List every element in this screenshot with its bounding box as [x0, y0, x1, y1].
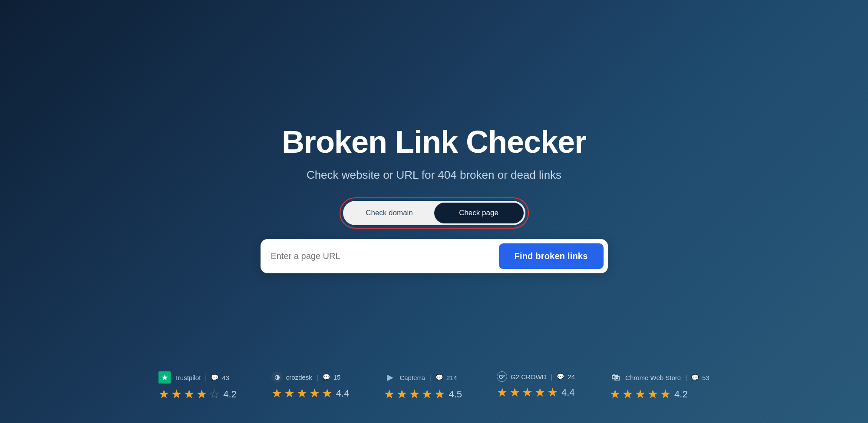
- check-page-button[interactable]: Check page: [434, 203, 524, 223]
- star-full: ★: [284, 386, 295, 400]
- rating-item-capterra: ▶ Capterra | 💬 214 ★★★★★ 4.5: [384, 371, 462, 401]
- toggle-wrapper: Check domain Check page: [340, 197, 529, 229]
- find-broken-links-button[interactable]: Find broken links: [499, 243, 604, 269]
- platform-name: G2 CROWD: [511, 373, 547, 380]
- page-title: Broken Link Checker: [282, 124, 586, 160]
- star-full: ★: [271, 386, 282, 400]
- star-full: ★: [622, 387, 633, 401]
- chrome-web-store-icon: 🛍: [610, 371, 622, 384]
- star-full: ★: [522, 385, 533, 400]
- review-count-icon: 💬: [323, 374, 330, 380]
- check-domain-button[interactable]: Check domain: [345, 203, 434, 223]
- url-input-row: Find broken links: [261, 239, 608, 273]
- star-full: ★: [409, 387, 420, 401]
- url-input[interactable]: [271, 251, 499, 261]
- star-full: ★: [309, 386, 320, 400]
- star-full: ★: [184, 387, 195, 401]
- review-count-icon: 💬: [691, 374, 699, 381]
- star-full: ★: [171, 387, 182, 401]
- trustpilot-icon: ★: [158, 371, 171, 384]
- star-full: ★: [509, 385, 520, 400]
- rating-header: G² G2 CROWD | 💬 24: [497, 371, 575, 382]
- ratings-bar: ★ Trustpilot | 💬 43 ★★★★☆ 4.2 ◑ crozdesk…: [0, 363, 868, 410]
- platform-name: Chrome Web Store: [625, 374, 681, 381]
- review-count-icon: 💬: [211, 374, 218, 381]
- stars-row: ★★★★★ 4.4: [271, 386, 350, 400]
- stars-row: ★★★★★ 4.4: [497, 385, 575, 400]
- divider: |: [205, 374, 207, 381]
- review-count: 24: [568, 373, 575, 380]
- star-full: ★: [610, 387, 620, 401]
- rating-header: ▶ Capterra | 💬 214: [384, 371, 457, 384]
- rating-score: 4.5: [449, 389, 462, 400]
- stars-row: ★★★★☆ 4.2: [158, 387, 237, 401]
- review-count: 43: [222, 374, 229, 381]
- divider: |: [317, 374, 318, 381]
- star-full: ★: [497, 385, 508, 400]
- star-half: ★: [196, 387, 207, 401]
- platform-name: Capterra: [399, 374, 425, 381]
- review-count: 15: [333, 374, 341, 381]
- page-subtitle: Check website or URL for 404 broken or d…: [307, 168, 561, 182]
- hero-section: Broken Link Checker Check website or URL…: [0, 98, 868, 325]
- rating-score: 4.4: [561, 387, 575, 398]
- divider: |: [551, 373, 552, 380]
- star-empty: ☆: [209, 387, 220, 401]
- review-count: 214: [446, 374, 457, 381]
- platform-name: crozdesk: [286, 374, 312, 381]
- star-half: ★: [322, 386, 333, 400]
- star-half: ★: [547, 385, 558, 400]
- rating-score: 4.2: [223, 389, 237, 400]
- crozdesk-icon: ◑: [271, 371, 283, 383]
- star-full: ★: [297, 386, 307, 400]
- rating-header: ◑ crozdesk | 💬 15: [271, 371, 341, 383]
- review-count-icon: 💬: [436, 374, 443, 381]
- star-full: ★: [635, 387, 646, 401]
- rating-item-trustpilot: ★ Trustpilot | 💬 43 ★★★★☆ 4.2: [158, 371, 237, 401]
- review-count-icon: 💬: [557, 373, 564, 380]
- star-full: ★: [396, 387, 407, 401]
- rating-item-crozdesk: ◑ crozdesk | 💬 15 ★★★★★ 4.4: [271, 371, 350, 400]
- rating-score: 4.2: [674, 389, 688, 400]
- stars-row: ★★★★★ 4.2: [610, 387, 688, 401]
- platform-name: Trustpilot: [174, 374, 201, 381]
- divider: |: [429, 374, 431, 381]
- star-half: ★: [434, 387, 445, 401]
- g2-icon: G²: [497, 371, 507, 382]
- rating-item-g2-crowd: G² G2 CROWD | 💬 24 ★★★★★ 4.4: [497, 371, 575, 400]
- stars-row: ★★★★★ 4.5: [384, 387, 462, 401]
- star-full: ★: [535, 385, 545, 400]
- star-full: ★: [647, 387, 658, 401]
- star-half: ★: [660, 387, 671, 401]
- rating-header: ★ Trustpilot | 💬 43: [158, 371, 229, 384]
- toggle-group: Check domain Check page: [343, 201, 525, 225]
- star-full: ★: [422, 387, 432, 401]
- star-full: ★: [384, 387, 395, 401]
- rating-item-chrome-web-store: 🛍 Chrome Web Store | 💬 53 ★★★★★ 4.2: [610, 371, 710, 401]
- review-count: 53: [702, 374, 710, 381]
- star-full: ★: [158, 387, 169, 401]
- rating-header: 🛍 Chrome Web Store | 💬 53: [610, 371, 710, 384]
- divider: |: [685, 374, 687, 381]
- rating-score: 4.4: [336, 388, 350, 399]
- capterra-icon: ▶: [384, 371, 396, 384]
